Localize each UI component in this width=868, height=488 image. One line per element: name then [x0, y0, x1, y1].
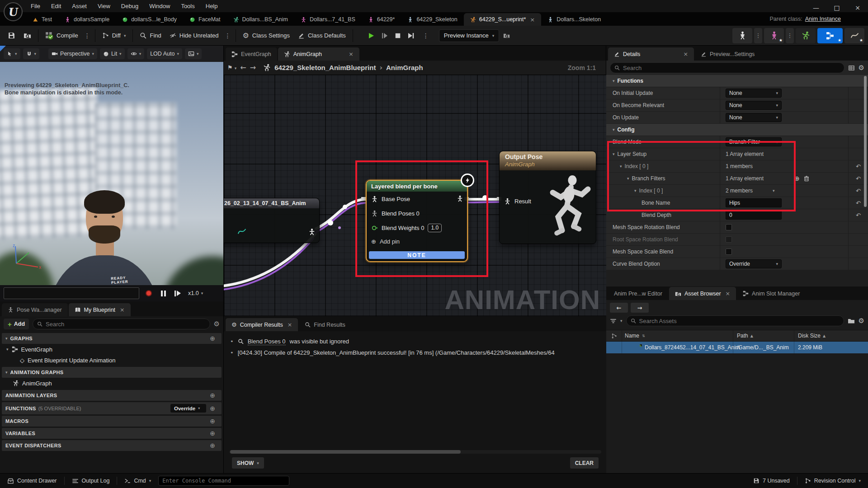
compile-button[interactable]: Compile — [41, 28, 82, 43]
result-input-pin[interactable] — [504, 198, 511, 205]
section-animation-graphs[interactable]: ▾ ANIMATION GRAPHS — [2, 367, 222, 378]
view-mode-dropdown[interactable]: Lit ▾ — [100, 48, 125, 59]
nav-back-button[interactable]: ← — [240, 63, 246, 72]
show-filter-dropdown[interactable]: SHOW ▾ — [232, 457, 264, 469]
simulation-options-button[interactable]: ⋮ — [421, 32, 431, 39]
tab-eventgraph[interactable]: EventGraph — [226, 47, 277, 61]
section-event-dispatchers[interactable]: EVENT DISPATCHERS ⊕ — [2, 440, 222, 451]
close-icon[interactable]: × — [288, 321, 292, 328]
preview-browse-button[interactable] — [499, 28, 514, 43]
compile-options-button[interactable]: ⋮ — [82, 32, 92, 39]
pose-output-pin[interactable] — [457, 195, 463, 202]
close-icon[interactable]: × — [349, 51, 353, 57]
tab-compiler-results[interactable]: ⚙ Compiler Results × — [226, 318, 298, 331]
tab-dollarssample[interactable]: dollarsSample — [58, 13, 116, 26]
playback-speed-dropdown[interactable]: x1.0 ▾ — [188, 290, 203, 296]
minimize-button[interactable]: — — [806, 0, 826, 15]
base-pose-input-pin[interactable] — [371, 196, 378, 202]
tab-asset-browser[interactable]: Asset Browser × — [669, 287, 736, 300]
section-animation-layers[interactable]: ANIMATION LAYERS ⊕ — [2, 390, 222, 401]
skeletal-mesh-shortcut-button[interactable]: ★ — [764, 28, 784, 43]
add-variable-button[interactable]: ⊕ — [210, 430, 215, 437]
column-disk-size[interactable]: Disk Size▲ — [794, 330, 868, 341]
bookmark-dropdown[interactable]: ⚑ ▾ — [227, 64, 236, 71]
tab-details[interactable]: Details × — [608, 47, 694, 61]
tab-facemat[interactable]: FaceMat — [183, 13, 227, 26]
screenshot-dropdown[interactable]: ▾ — [185, 48, 202, 59]
add-button[interactable]: +Add — [4, 319, 29, 329]
tab-64229-animblueprint[interactable]: 64229_S...ueprint* × — [464, 13, 541, 26]
on-update-dropdown[interactable]: None▾ — [726, 113, 782, 122]
tab-animgraph[interactable]: AnimGraph × — [278, 47, 359, 61]
close-icon[interactable]: × — [120, 306, 124, 313]
node-output-pose[interactable]: Output Pose AnimGraph Result — [499, 151, 596, 244]
play-button[interactable] — [368, 32, 375, 39]
menu-help[interactable]: Help — [201, 0, 222, 12]
display-mode-icon[interactable] — [848, 65, 855, 71]
preview-instance-dropdown[interactable]: Preview Instance ▾ — [439, 29, 500, 42]
animation-shortcut-button[interactable] — [796, 28, 816, 43]
pose-watch-badge[interactable] — [461, 174, 474, 187]
category-functions[interactable]: ▾Functions — [606, 75, 868, 87]
on-initial-update-dropdown[interactable]: None▾ — [726, 89, 782, 98]
console-command-input[interactable] — [158, 476, 289, 486]
class-settings-button[interactable]: ⚙ Class Settings — [239, 28, 294, 43]
item-eventgraph[interactable]: ▾ EventGraph — [0, 344, 223, 355]
add-function-button[interactable]: ⊕ — [210, 405, 215, 412]
skeleton-shortcut-button[interactable] — [732, 28, 752, 43]
menu-tools[interactable]: Tools — [176, 0, 199, 12]
horizontal-scrollbar[interactable] — [229, 450, 601, 454]
show-flags-dropdown[interactable]: ▾ — [127, 48, 145, 59]
blueprint-search-input[interactable]: Search — [33, 319, 210, 329]
add-pin-button[interactable]: ⊕ Add pin — [367, 235, 467, 248]
blend-depth-input[interactable]: 0 — [726, 211, 782, 220]
message-link[interactable]: Blend Poses 0 — [248, 338, 286, 345]
record-button[interactable] — [144, 288, 154, 298]
asset-search-input[interactable]: Search Assets — [626, 315, 844, 326]
breadcrumb-current[interactable]: AnimGraph — [386, 64, 423, 71]
close-icon[interactable]: × — [530, 16, 535, 23]
close-icon[interactable]: × — [726, 290, 730, 297]
note-banner[interactable]: NOTE — [369, 251, 465, 259]
filter-icon[interactable] — [610, 318, 617, 324]
bone-name-input[interactable]: Hips — [726, 198, 782, 207]
add-macro-button[interactable]: ⊕ — [210, 418, 215, 425]
browser-forward-button[interactable]: → — [631, 303, 649, 313]
chevron-down-icon[interactable]: ▾ — [773, 188, 775, 193]
tab-64229[interactable]: 64229* — [362, 13, 401, 26]
nav-forward-button[interactable]: → — [250, 63, 256, 72]
browse-button[interactable] — [19, 28, 35, 43]
tab-dollars-body[interactable]: dollarsS...le_Body — [116, 13, 183, 26]
menu-view[interactable]: View — [93, 0, 115, 12]
anim-blueprint-shortcut-button[interactable]: ★ — [817, 28, 843, 43]
gear-icon[interactable]: ⚙ — [859, 317, 864, 325]
tab-dollars-7-41-bs[interactable]: Dollars...7_41_BS — [294, 13, 362, 26]
blend-weight-value[interactable]: 1.0 — [428, 224, 442, 232]
tab-pose-watch-manager[interactable]: Pose Wa...anager — [2, 303, 68, 316]
skeletal-mesh-options-button[interactable]: ⋮ — [786, 28, 794, 43]
override-dropdown[interactable]: Override▾ — [170, 404, 206, 413]
node-layered-blend-per-bone[interactable]: Layered blend per bone Base Pose Blend P… — [366, 180, 468, 262]
on-become-relevant-dropdown[interactable]: None▾ — [726, 101, 782, 110]
chevron-down-icon[interactable]: ▾ — [620, 319, 623, 323]
preview-viewport[interactable]: ▾ ▾ Perspective ▾ Lit ▾ ▾ LOD Auto▾ ▾ — [0, 46, 223, 301]
camera-mode-dropdown[interactable]: Perspective ▾ — [48, 48, 97, 59]
cmd-dropdown[interactable]: Cmd ▾ — [122, 478, 154, 484]
skip-button[interactable] — [407, 32, 415, 39]
step-frame-button[interactable] — [173, 288, 183, 298]
add-animation-layer-button[interactable]: ⊕ — [210, 392, 215, 399]
content-drawer-button[interactable]: Content Drawer — [5, 478, 60, 484]
tab-preview-settings[interactable]: Preview...Settings — [695, 47, 760, 61]
item-event-blueprint-update-animation[interactable]: ◇ Event Blueprint Update Animation — [0, 355, 223, 366]
compiler-message[interactable]: • Blend Poses 0 was visible but ignored — [230, 336, 600, 347]
delete-element-button[interactable] — [803, 175, 810, 182]
tab-test[interactable]: Test — [26, 13, 58, 26]
tab-dollars-skeleton[interactable]: Dollars...Skeleton — [541, 13, 607, 26]
close-button[interactable]: × — [847, 0, 868, 15]
menu-file[interactable]: File — [26, 0, 45, 12]
skeleton-options-button[interactable]: ⋮ — [754, 28, 762, 43]
find-button[interactable]: Find — [136, 28, 165, 43]
item-animgraph[interactable]: AnimGraph — [0, 378, 223, 389]
blend-mode-dropdown[interactable]: Branch Filter▾ — [726, 137, 782, 146]
pause-button[interactable] — [158, 288, 168, 298]
